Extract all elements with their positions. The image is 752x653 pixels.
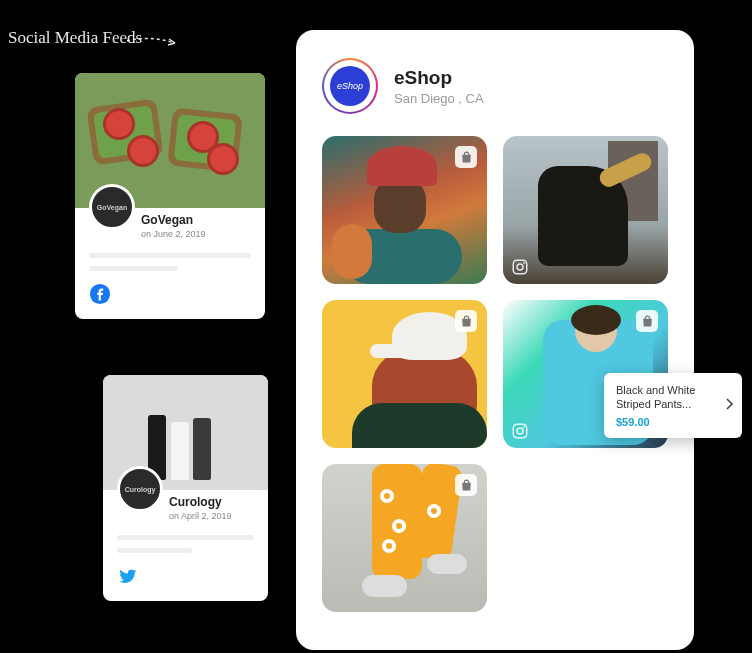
feed-author: GoVegan: [141, 213, 251, 227]
chevron-right-icon: [724, 398, 734, 412]
product-title: Black and White Striped Pants...: [616, 383, 714, 412]
profile-avatar-ring[interactable]: eShop: [322, 58, 378, 114]
post-tile[interactable]: [322, 136, 487, 284]
shopping-bag-icon: [455, 310, 477, 332]
post-tile[interactable]: [503, 136, 668, 284]
profile-location: San Diego , CA: [394, 91, 484, 106]
post-tile[interactable]: [322, 300, 487, 448]
placeholder-line: [89, 253, 251, 258]
avatar: Curology: [117, 466, 163, 512]
profile-header: eShop eShop San Diego , CA: [322, 58, 668, 114]
feed-card-curology[interactable]: Curology Curology on April 2, 2019: [103, 375, 268, 601]
shopping-bag-icon: [636, 310, 658, 332]
shopping-bag-icon: [455, 474, 477, 496]
placeholder-line: [117, 548, 192, 553]
avatar: GoVegan: [89, 184, 135, 230]
svg-point-2: [517, 264, 523, 270]
svg-point-3: [523, 262, 525, 264]
svg-point-5: [517, 428, 523, 434]
feed-author: Curology: [169, 495, 254, 509]
facebook-icon: [89, 283, 111, 305]
product-popup[interactable]: Black and White Striped Pants... $59.00: [604, 373, 742, 438]
arrow-icon: [125, 33, 185, 53]
placeholder-line: [89, 266, 178, 271]
placeholder-line: [117, 535, 254, 540]
profile-avatar: eShop: [330, 66, 370, 106]
feed-date: on June 2, 2019: [141, 229, 251, 239]
svg-point-6: [523, 426, 525, 428]
feed-card-govegan[interactable]: GoVegan GoVegan on June 2, 2019: [75, 73, 265, 319]
section-label: Social Media Feeds: [8, 28, 142, 48]
post-tile[interactable]: [322, 464, 487, 612]
twitter-icon: [117, 565, 139, 587]
profile-panel: eShop eShop San Diego , CA: [296, 30, 694, 650]
shopping-bag-icon: [455, 146, 477, 168]
instagram-icon: [511, 422, 529, 440]
profile-name: eShop: [394, 67, 484, 89]
product-price: $59.00: [616, 416, 714, 428]
feed-date: on April 2, 2019: [169, 511, 254, 521]
instagram-icon: [511, 258, 529, 276]
